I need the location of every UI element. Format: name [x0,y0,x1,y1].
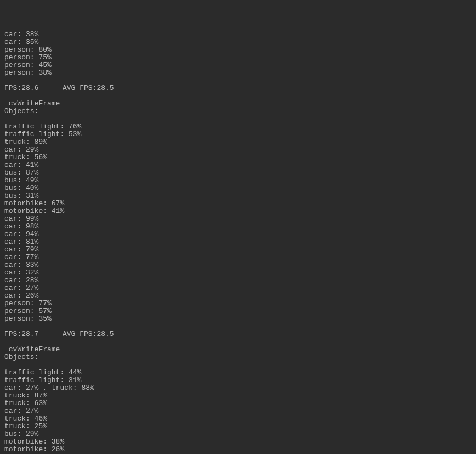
detection-line: car: 81% [4,238,472,246]
detection-line: person: 35% [4,315,472,323]
fps-line: FPS:28.6AVG_FPS:28.5 [4,85,472,92]
detection-line: motorbike: 38% [4,438,472,446]
fps-line: FPS:28.7AVG_FPS:28.5 [4,330,472,338]
detection-line: bus: 31% [4,192,472,200]
detection-line: car: 32% [4,269,472,277]
detection-line: person: 45% [4,61,472,69]
detection-line: car: 28% [4,277,472,284]
objects-header-line: Objects: [4,108,472,115]
detection-line: person: 75% [4,54,472,61]
detection-line: car: 77% [4,254,472,261]
fps-value: FPS:28.6 [4,85,63,92]
detection-line: traffic light: 44% [4,369,472,377]
detection-line: truck: 25% [4,423,472,430]
detection-line: car: 35% [4,38,472,46]
detection-line: truck: 63% [4,400,472,407]
detection-line: car: 27% [4,407,472,415]
detection-line: person: 77% [4,300,472,307]
blank-line [4,92,472,100]
avg-fps-value: AVG_FPS:28.5 [63,330,114,338]
objects-header-line: Objects: [4,354,472,361]
detection-line: car: 79% [4,246,472,254]
detection-line: car: 98% [4,223,472,231]
fps-value: FPS:28.7 [4,330,63,338]
detection-line: motorbike: 41% [4,208,472,215]
cv-write-frame-line: cvWriteFrame [4,100,472,108]
terminal-output[interactable]: car: 38%car: 35%person: 80%person: 75%pe… [4,31,472,454]
detection-line: motorbike: 26% [4,446,472,453]
detection-line: car: 27% , truck: 88% [4,384,472,392]
detection-line: person: 57% [4,307,472,315]
detection-line: car: 33% [4,261,472,269]
blank-line [4,338,472,346]
detection-line: truck: 87% [4,392,472,400]
detection-line: car: 99% [4,215,472,223]
detection-line: person: 38% [4,69,472,77]
detection-line: bus: 49% [4,177,472,184]
blank-line [4,323,472,330]
detection-line: truck: 46% [4,415,472,423]
detection-line: traffic light: 53% [4,131,472,138]
detection-line: truck: 89% [4,138,472,146]
detection-line: car: 41% [4,161,472,169]
detection-line: bus: 87% [4,169,472,177]
detection-line: car: 94% [4,231,472,238]
blank-line [4,115,472,123]
detection-line: car: 29% [4,146,472,154]
avg-fps-value: AVG_FPS:28.5 [63,85,114,92]
detection-line: bus: 29% [4,430,472,438]
detection-line: bus: 40% [4,184,472,192]
detection-line: car: 27% [4,284,472,292]
detection-line: truck: 56% [4,154,472,161]
detection-line: traffic light: 31% [4,377,472,384]
detection-line: car: 38% [4,31,472,38]
detection-line: traffic light: 76% [4,123,472,131]
detection-line: car: 26% [4,292,472,300]
detection-line: motorbike: 67% [4,200,472,208]
cv-write-frame-line: cvWriteFrame [4,346,472,354]
blank-line [4,361,472,369]
blank-line [4,77,472,85]
detection-line: person: 80% [4,46,472,54]
